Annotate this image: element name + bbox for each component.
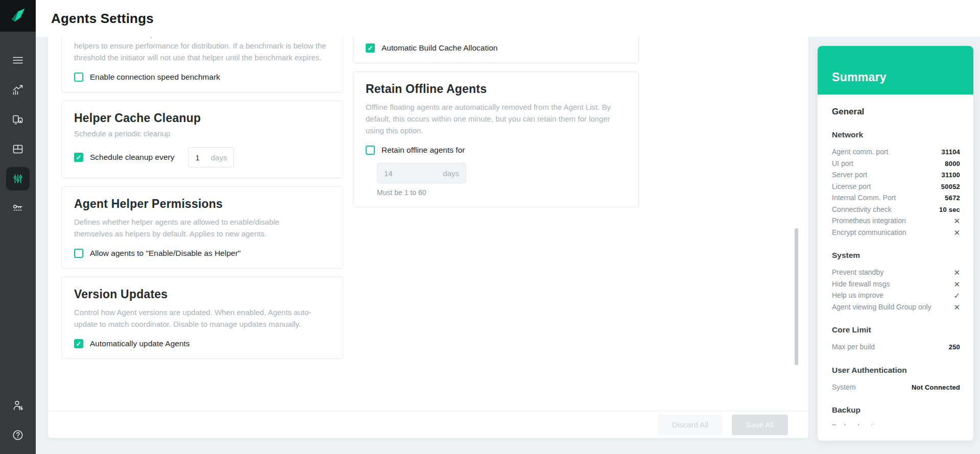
- enable-benchmark-label: Enable connection speed benchmark: [90, 73, 220, 82]
- summary-section-network: Network: [832, 130, 960, 139]
- x-mark-icon: ✕: [953, 216, 960, 226]
- page-title: Agents Settings: [51, 11, 154, 27]
- schedule-cleanup-row: Schedule cleanup every 1 days: [74, 147, 330, 168]
- cleanup-days-unit: days: [211, 153, 227, 162]
- schedule-cleanup-label: Schedule cleanup every: [90, 153, 174, 162]
- x-mark-icon: ✕: [953, 268, 960, 278]
- summary-section-backup: Backup: [832, 405, 960, 415]
- summary-section-core-limit: Core Limit: [832, 325, 960, 334]
- sidebar-item-help[interactable]: [6, 423, 30, 447]
- summary-row-clipped: Backup location: [832, 421, 960, 425]
- build-cache-card: Automatic Build Cache Allocation: [353, 37, 639, 63]
- sidebar-item-user-permissions[interactable]: [6, 394, 30, 417]
- summary-row: UI port 8000: [832, 159, 960, 169]
- summary-row: Max per build 250: [832, 342, 960, 352]
- retain-checkbox-row[interactable]: Retain offline agents for: [366, 146, 626, 155]
- menu-icon: [12, 54, 24, 66]
- checkbox-unchecked-icon[interactable]: [74, 249, 83, 258]
- checkbox-checked-icon[interactable]: [74, 153, 83, 162]
- agents-devices-icon: [12, 113, 24, 126]
- checkbox-checked-icon[interactable]: [366, 43, 375, 53]
- checkbox-unchecked-icon[interactable]: [74, 73, 83, 82]
- summary-row: Help us improve ✓: [832, 291, 960, 301]
- card-title: Version Updates: [74, 288, 330, 301]
- checkbox-unchecked-icon[interactable]: [366, 146, 375, 155]
- summary-row: Prevent standby ✕: [832, 268, 960, 278]
- x-mark-icon: ✕: [953, 228, 960, 238]
- enable-benchmark-checkbox-row[interactable]: Enable connection speed benchmark: [74, 73, 330, 82]
- summary-row: Internal Comm. Port 5672: [832, 193, 960, 203]
- check-mark-icon: ✓: [953, 291, 960, 301]
- sidebar-bottom-nav: [6, 394, 30, 447]
- retain-days-value: 14: [384, 169, 393, 178]
- user-permissions-icon: [12, 399, 24, 412]
- summary-section-system: System: [832, 251, 960, 260]
- version-updates-description: Control how Agent versions are updated. …: [74, 306, 319, 330]
- settings-sliders-icon: [12, 173, 24, 185]
- vertical-scrollbar[interactable]: [795, 228, 798, 365]
- permissions-description: Defines whether helper agents are allowe…: [74, 216, 289, 240]
- app-logo: [0, 0, 36, 32]
- sidebar-item-monitor[interactable]: [6, 78, 30, 102]
- sidebar-nav: [6, 49, 30, 220]
- page-header: Agents Settings: [36, 0, 980, 37]
- summary-section-general: General: [832, 107, 960, 117]
- build-cache-label: Automatic Build Cache Allocation: [381, 43, 497, 53]
- auto-update-checkbox-row[interactable]: Automatically update Agents: [74, 339, 330, 348]
- card-title: Retain Offline Agents: [366, 82, 626, 96]
- sidebar: [0, 0, 36, 454]
- agent-helper-permissions-card: Agent Helper Permissions Defines whether…: [61, 186, 343, 269]
- helper-cache-cleanup-card: Helper Cache Cleanup Schedule a periodic…: [61, 101, 343, 178]
- auto-update-label: Automatically update Agents: [90, 339, 190, 348]
- card-title: Helper Cache Cleanup: [74, 111, 330, 125]
- summary-row: Connectivity check 10 sec: [832, 205, 960, 215]
- sidebar-item-builds[interactable]: [6, 137, 30, 161]
- summary-row: Agent viewing Build Group only ✕: [832, 302, 960, 313]
- settings-scroll-panel: Performs connection speed benchmarks bet…: [48, 37, 808, 438]
- retain-offline-agents-card: Retain Offline Agents Offline floating a…: [353, 71, 639, 207]
- menu-button[interactable]: [6, 49, 30, 72]
- settings-column-right: Automatic Build Cache Allocation Retain …: [353, 37, 639, 216]
- summary-section-user-authentication: User Authentication: [832, 366, 960, 375]
- summary-row: Hide firewall msgs ✕: [832, 279, 960, 290]
- card-subtitle: Schedule a periodic cleanup: [74, 129, 330, 138]
- x-mark-icon: ✕: [953, 279, 960, 290]
- summary-header: Summary: [818, 46, 973, 94]
- card-title: Agent Helper Permissions: [74, 197, 330, 211]
- summary-body[interactable]: General Network Agent comm. port 31104 U…: [818, 94, 973, 425]
- summary-row: System Not Connected: [832, 383, 960, 393]
- connection-benchmark-card: Performs connection speed benchmarks bet…: [61, 37, 343, 92]
- summary-row: Agent comm. port 31104: [832, 147, 960, 157]
- sidebar-item-settings[interactable]: [6, 167, 30, 190]
- summary-title: Summary: [832, 70, 887, 84]
- retain-days-unit: days: [443, 169, 459, 178]
- sidebar-item-license[interactable]: [6, 197, 30, 220]
- summary-row: Encrypt communication ✕: [832, 228, 960, 238]
- builds-grid-icon: [12, 143, 24, 155]
- monitor-chart-icon: [12, 84, 24, 96]
- retain-description: Offline floating agents are automaticall…: [366, 101, 626, 136]
- version-updates-card: Version Updates Control how Agent versio…: [61, 277, 343, 359]
- retain-range-hint: Must be 1 to 60: [377, 188, 626, 197]
- save-all-button[interactable]: Save All: [732, 415, 788, 435]
- allow-enable-disable-checkbox-row[interactable]: Allow agents to "Enable/Disable as Helpe…: [74, 249, 330, 258]
- settings-footer: Discard All Save All: [48, 411, 808, 438]
- summary-panel: Summary General Network Agent comm. port…: [818, 46, 973, 441]
- x-mark-icon: ✕: [953, 302, 960, 313]
- summary-row: Prometheus integration ✕: [832, 216, 960, 226]
- summary-row: Server port 31100: [832, 170, 960, 180]
- settings-column-left: Performs connection speed benchmarks bet…: [61, 37, 343, 367]
- checkbox-checked-icon[interactable]: [74, 339, 83, 348]
- incredibuild-logo: [8, 6, 28, 26]
- retain-label: Retain offline agents for: [381, 146, 465, 155]
- connection-benchmark-description: Performs connection speed benchmarks bet…: [74, 37, 330, 63]
- build-cache-checkbox-row[interactable]: Automatic Build Cache Allocation: [366, 43, 626, 53]
- cleanup-days-value: 1: [195, 153, 199, 162]
- cleanup-days-input[interactable]: 1 days: [188, 147, 234, 168]
- sidebar-item-agents[interactable]: [6, 108, 30, 131]
- discard-all-button[interactable]: Discard All: [658, 415, 723, 435]
- help-icon: [12, 429, 24, 441]
- allow-enable-disable-label: Allow agents to "Enable/Disable as Helpe…: [90, 249, 241, 258]
- license-key-icon: [12, 202, 24, 214]
- retain-days-input[interactable]: 14 days: [377, 163, 466, 183]
